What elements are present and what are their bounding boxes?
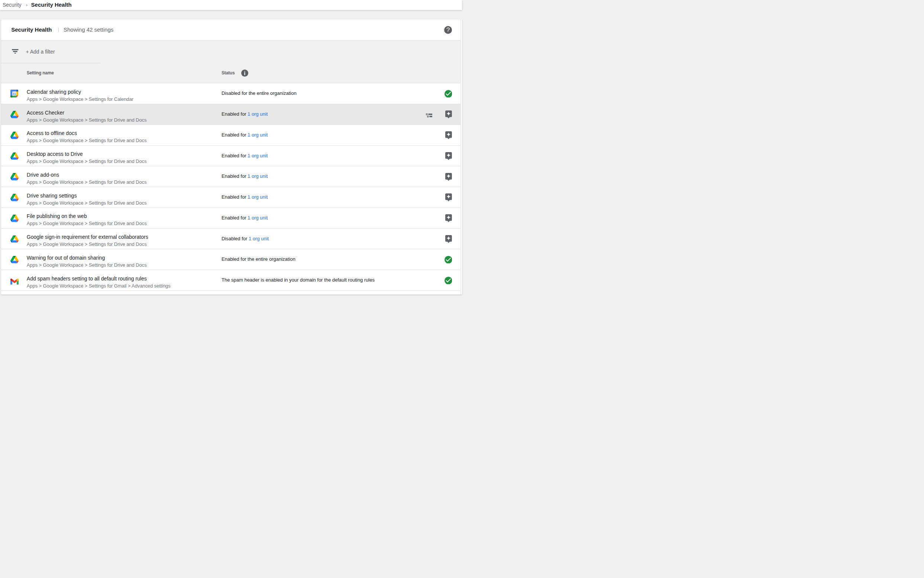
svg-text:31: 31 (13, 91, 16, 95)
